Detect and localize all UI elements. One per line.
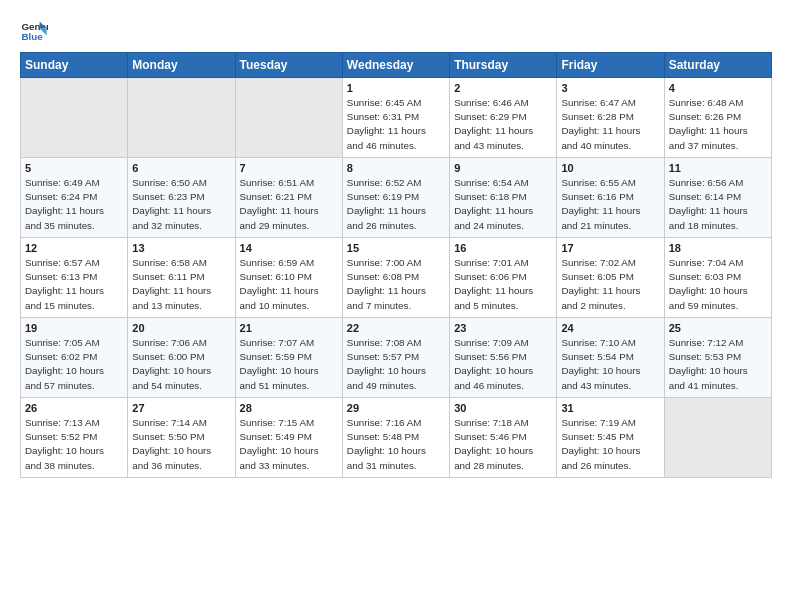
header-saturday: Saturday	[664, 53, 771, 78]
day-number: 25	[669, 322, 767, 334]
calendar-cell: 23Sunrise: 7:09 AM Sunset: 5:56 PM Dayli…	[450, 318, 557, 398]
day-info: Sunrise: 6:54 AM Sunset: 6:18 PM Dayligh…	[454, 176, 552, 233]
calendar-cell: 11Sunrise: 6:56 AM Sunset: 6:14 PM Dayli…	[664, 158, 771, 238]
calendar-cell	[235, 78, 342, 158]
day-info: Sunrise: 7:12 AM Sunset: 5:53 PM Dayligh…	[669, 336, 767, 393]
day-number: 14	[240, 242, 338, 254]
day-info: Sunrise: 6:57 AM Sunset: 6:13 PM Dayligh…	[25, 256, 123, 313]
day-number: 23	[454, 322, 552, 334]
calendar-cell: 16Sunrise: 7:01 AM Sunset: 6:06 PM Dayli…	[450, 238, 557, 318]
calendar-cell	[128, 78, 235, 158]
calendar-cell: 13Sunrise: 6:58 AM Sunset: 6:11 PM Dayli…	[128, 238, 235, 318]
calendar-cell: 4Sunrise: 6:48 AM Sunset: 6:26 PM Daylig…	[664, 78, 771, 158]
day-number: 15	[347, 242, 445, 254]
day-number: 10	[561, 162, 659, 174]
header-row: General Blue	[20, 16, 772, 44]
calendar-cell: 15Sunrise: 7:00 AM Sunset: 6:08 PM Dayli…	[342, 238, 449, 318]
header-sunday: Sunday	[21, 53, 128, 78]
day-number: 3	[561, 82, 659, 94]
page-container: General Blue SundayMondayTuesdayWednesda…	[0, 0, 792, 488]
calendar-cell: 17Sunrise: 7:02 AM Sunset: 6:05 PM Dayli…	[557, 238, 664, 318]
day-number: 20	[132, 322, 230, 334]
calendar-cell: 1Sunrise: 6:45 AM Sunset: 6:31 PM Daylig…	[342, 78, 449, 158]
day-number: 31	[561, 402, 659, 414]
calendar-cell: 8Sunrise: 6:52 AM Sunset: 6:19 PM Daylig…	[342, 158, 449, 238]
day-info: Sunrise: 7:19 AM Sunset: 5:45 PM Dayligh…	[561, 416, 659, 473]
calendar-cell: 30Sunrise: 7:18 AM Sunset: 5:46 PM Dayli…	[450, 398, 557, 478]
week-row-4: 19Sunrise: 7:05 AM Sunset: 6:02 PM Dayli…	[21, 318, 772, 398]
calendar-cell: 12Sunrise: 6:57 AM Sunset: 6:13 PM Dayli…	[21, 238, 128, 318]
day-info: Sunrise: 6:49 AM Sunset: 6:24 PM Dayligh…	[25, 176, 123, 233]
header-thursday: Thursday	[450, 53, 557, 78]
calendar-cell: 2Sunrise: 6:46 AM Sunset: 6:29 PM Daylig…	[450, 78, 557, 158]
calendar-cell: 29Sunrise: 7:16 AM Sunset: 5:48 PM Dayli…	[342, 398, 449, 478]
logo-icon: General Blue	[20, 16, 48, 44]
day-number: 7	[240, 162, 338, 174]
day-number: 19	[25, 322, 123, 334]
calendar-cell: 24Sunrise: 7:10 AM Sunset: 5:54 PM Dayli…	[557, 318, 664, 398]
day-info: Sunrise: 7:14 AM Sunset: 5:50 PM Dayligh…	[132, 416, 230, 473]
day-number: 12	[25, 242, 123, 254]
header-wednesday: Wednesday	[342, 53, 449, 78]
calendar-cell: 19Sunrise: 7:05 AM Sunset: 6:02 PM Dayli…	[21, 318, 128, 398]
day-number: 16	[454, 242, 552, 254]
day-info: Sunrise: 6:45 AM Sunset: 6:31 PM Dayligh…	[347, 96, 445, 153]
day-info: Sunrise: 6:48 AM Sunset: 6:26 PM Dayligh…	[669, 96, 767, 153]
calendar-cell: 5Sunrise: 6:49 AM Sunset: 6:24 PM Daylig…	[21, 158, 128, 238]
calendar-cell: 31Sunrise: 7:19 AM Sunset: 5:45 PM Dayli…	[557, 398, 664, 478]
day-info: Sunrise: 6:51 AM Sunset: 6:21 PM Dayligh…	[240, 176, 338, 233]
day-info: Sunrise: 7:08 AM Sunset: 5:57 PM Dayligh…	[347, 336, 445, 393]
day-info: Sunrise: 6:50 AM Sunset: 6:23 PM Dayligh…	[132, 176, 230, 233]
calendar-table: SundayMondayTuesdayWednesdayThursdayFrid…	[20, 52, 772, 478]
day-info: Sunrise: 7:16 AM Sunset: 5:48 PM Dayligh…	[347, 416, 445, 473]
day-number: 18	[669, 242, 767, 254]
day-info: Sunrise: 7:10 AM Sunset: 5:54 PM Dayligh…	[561, 336, 659, 393]
calendar-cell: 20Sunrise: 7:06 AM Sunset: 6:00 PM Dayli…	[128, 318, 235, 398]
calendar-cell: 14Sunrise: 6:59 AM Sunset: 6:10 PM Dayli…	[235, 238, 342, 318]
day-info: Sunrise: 7:06 AM Sunset: 6:00 PM Dayligh…	[132, 336, 230, 393]
day-info: Sunrise: 6:52 AM Sunset: 6:19 PM Dayligh…	[347, 176, 445, 233]
week-row-2: 5Sunrise: 6:49 AM Sunset: 6:24 PM Daylig…	[21, 158, 772, 238]
day-info: Sunrise: 6:58 AM Sunset: 6:11 PM Dayligh…	[132, 256, 230, 313]
day-info: Sunrise: 7:02 AM Sunset: 6:05 PM Dayligh…	[561, 256, 659, 313]
week-row-3: 12Sunrise: 6:57 AM Sunset: 6:13 PM Dayli…	[21, 238, 772, 318]
calendar-cell: 27Sunrise: 7:14 AM Sunset: 5:50 PM Dayli…	[128, 398, 235, 478]
day-number: 28	[240, 402, 338, 414]
week-row-1: 1Sunrise: 6:45 AM Sunset: 6:31 PM Daylig…	[21, 78, 772, 158]
day-number: 4	[669, 82, 767, 94]
calendar-cell: 18Sunrise: 7:04 AM Sunset: 6:03 PM Dayli…	[664, 238, 771, 318]
day-info: Sunrise: 7:04 AM Sunset: 6:03 PM Dayligh…	[669, 256, 767, 313]
calendar-cell: 9Sunrise: 6:54 AM Sunset: 6:18 PM Daylig…	[450, 158, 557, 238]
calendar-cell: 26Sunrise: 7:13 AM Sunset: 5:52 PM Dayli…	[21, 398, 128, 478]
day-number: 8	[347, 162, 445, 174]
day-info: Sunrise: 7:07 AM Sunset: 5:59 PM Dayligh…	[240, 336, 338, 393]
calendar-cell: 10Sunrise: 6:55 AM Sunset: 6:16 PM Dayli…	[557, 158, 664, 238]
header-monday: Monday	[128, 53, 235, 78]
calendar-header-row: SundayMondayTuesdayWednesdayThursdayFrid…	[21, 53, 772, 78]
day-number: 27	[132, 402, 230, 414]
day-number: 21	[240, 322, 338, 334]
calendar-cell	[664, 398, 771, 478]
day-info: Sunrise: 6:55 AM Sunset: 6:16 PM Dayligh…	[561, 176, 659, 233]
day-number: 24	[561, 322, 659, 334]
day-info: Sunrise: 7:13 AM Sunset: 5:52 PM Dayligh…	[25, 416, 123, 473]
calendar-cell: 3Sunrise: 6:47 AM Sunset: 6:28 PM Daylig…	[557, 78, 664, 158]
day-number: 2	[454, 82, 552, 94]
calendar-cell: 28Sunrise: 7:15 AM Sunset: 5:49 PM Dayli…	[235, 398, 342, 478]
calendar-cell: 6Sunrise: 6:50 AM Sunset: 6:23 PM Daylig…	[128, 158, 235, 238]
day-number: 5	[25, 162, 123, 174]
day-number: 6	[132, 162, 230, 174]
calendar-cell	[21, 78, 128, 158]
day-number: 30	[454, 402, 552, 414]
header-friday: Friday	[557, 53, 664, 78]
day-info: Sunrise: 7:09 AM Sunset: 5:56 PM Dayligh…	[454, 336, 552, 393]
calendar-cell: 7Sunrise: 6:51 AM Sunset: 6:21 PM Daylig…	[235, 158, 342, 238]
day-info: Sunrise: 7:05 AM Sunset: 6:02 PM Dayligh…	[25, 336, 123, 393]
calendar-cell: 21Sunrise: 7:07 AM Sunset: 5:59 PM Dayli…	[235, 318, 342, 398]
svg-text:Blue: Blue	[21, 31, 43, 42]
day-number: 22	[347, 322, 445, 334]
day-number: 17	[561, 242, 659, 254]
day-info: Sunrise: 7:00 AM Sunset: 6:08 PM Dayligh…	[347, 256, 445, 313]
day-info: Sunrise: 7:18 AM Sunset: 5:46 PM Dayligh…	[454, 416, 552, 473]
day-info: Sunrise: 6:46 AM Sunset: 6:29 PM Dayligh…	[454, 96, 552, 153]
